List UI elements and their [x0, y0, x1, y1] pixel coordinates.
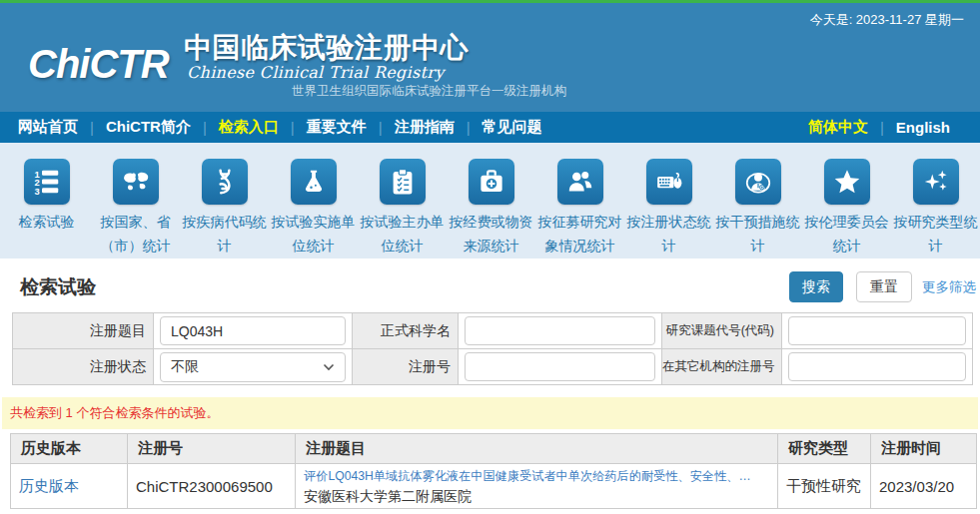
- clipboard-icon: [388, 167, 418, 197]
- nav-home[interactable]: 网站首页: [18, 118, 78, 137]
- quick-stats-by-funding-source[interactable]: 按经费或物资来源统计: [447, 155, 535, 258]
- site-header: 今天是: 2023-11-27 星期一 ChiCTR 中国临床试验注册中心 Ch…: [0, 3, 980, 112]
- chictr-logo[interactable]: ChiCTR: [28, 41, 169, 87]
- nav-registration-guide[interactable]: 注册指南: [395, 118, 455, 137]
- dna-icon: [210, 167, 240, 197]
- people-icon: [565, 167, 595, 197]
- quick-stats-by-recruitment-status[interactable]: 按征募研究对象情况统计: [535, 155, 624, 258]
- doctor-icon: [743, 167, 773, 197]
- scientific-name-input[interactable]: [465, 316, 655, 345]
- site-title-en: Chinese Clinical Trial Registry: [187, 63, 445, 82]
- quick-stats-by-study-type[interactable]: 按研究类型统计: [891, 155, 980, 258]
- result-summary: 共检索到 1 个符合检索条件的试验。: [2, 397, 978, 429]
- flask-icon: [299, 167, 329, 197]
- quick-stats-by-disease-code[interactable]: 按疾病代码统计: [180, 155, 269, 258]
- site-slogan: 世界卫生组织国际临床试验注册平台一级注册机构: [292, 83, 566, 100]
- quick-stats-by-ethics-committee[interactable]: 按伦理委员会统计: [802, 155, 891, 258]
- study-code-input[interactable]: [788, 316, 966, 345]
- star-icon: [832, 167, 862, 197]
- svg-text:3: 3: [34, 187, 39, 197]
- quick-stats-by-registration-status[interactable]: 按注册状态统计: [624, 155, 713, 258]
- col-registration-title: 注册题目: [296, 434, 778, 464]
- sparkles-icon: [921, 167, 951, 197]
- lang-simplified-chinese[interactable]: 简体中文: [808, 118, 868, 137]
- lang-english[interactable]: English: [896, 119, 950, 136]
- registration-status-select[interactable]: 不限: [160, 352, 346, 382]
- quick-stats-bar: 123 检索试验 按国家、省（市）统计 按疾病代码统计 按试验实施单位统计 按试…: [0, 143, 980, 258]
- field-label-registration-number: 注册号: [353, 349, 459, 385]
- search-button[interactable]: 搜索: [789, 271, 843, 302]
- registration-date-cell: 2023/03/20: [871, 464, 977, 509]
- quick-stats-by-region[interactable]: 按国家、省（市）统计: [91, 155, 180, 258]
- nav-faq[interactable]: 常见问题: [483, 118, 542, 137]
- history-version-link[interactable]: 历史版本: [19, 477, 79, 494]
- reset-button[interactable]: 重置: [856, 271, 912, 302]
- col-history-version: 历史版本: [11, 434, 128, 464]
- main-nav: 网站首页 | ChiCTR简介 | 检索入口 | 重要文件 | 注册指南 | 常…: [0, 112, 980, 143]
- site-title-cn: 中国临床试验注册中心: [184, 29, 469, 67]
- search-section-title: 检索试验: [20, 274, 96, 300]
- nav-about[interactable]: ChiCTR简介: [106, 118, 191, 137]
- trial-org: 安徽医科大学第二附属医院: [304, 486, 769, 506]
- search-form: 注册题目 正式科学名 研究课题代号(代码) 注册状态 不限 注册号 在其它机构的…: [12, 312, 973, 385]
- study-type-cell: 干预性研究: [778, 464, 871, 509]
- field-label-registration-title: 注册题目: [13, 313, 154, 349]
- field-label-other-registration-number: 在其它机构的注册号: [662, 349, 782, 385]
- keyboard-mouse-icon: [654, 167, 684, 197]
- col-study-type: 研究类型: [778, 434, 871, 464]
- quick-stats-by-sponsor-unit[interactable]: 按试验主办单位统计: [358, 155, 447, 258]
- col-registration-number: 注册号: [128, 434, 296, 464]
- nav-search-entry[interactable]: 检索入口: [219, 118, 279, 137]
- more-filters-link[interactable]: 更多筛选: [922, 278, 976, 296]
- numbered-list-icon: 123: [32, 167, 62, 197]
- registration-number-cell: ChiCTR2300069500: [128, 464, 296, 509]
- quick-stats-by-implementing-unit[interactable]: 按试验实施单位统计: [269, 155, 358, 258]
- quick-stats-by-intervention[interactable]: 按干预措施统计: [713, 155, 802, 258]
- nav-important-docs[interactable]: 重要文件: [307, 118, 367, 137]
- trial-title-link[interactable]: 评价LQ043H单域抗体雾化液在中国健康受试者中单次给药后的耐受性、安全性、…: [304, 466, 769, 486]
- field-label-registration-status: 注册状态: [13, 349, 154, 385]
- result-row: 历史版本 ChiCTR2300069500 评价LQ043H单域抗体雾化液在中国…: [11, 464, 977, 509]
- chevron-down-icon: [323, 363, 335, 371]
- registration-number-input[interactable]: [465, 352, 655, 381]
- field-label-study-code: 研究课题代号(代码): [662, 313, 782, 349]
- world-map-icon: [121, 167, 151, 197]
- field-label-scientific-name: 正式科学名: [353, 313, 459, 349]
- quick-search-trials[interactable]: 123 检索试验: [2, 155, 91, 258]
- registration-title-input[interactable]: [160, 316, 346, 345]
- other-registration-number-input[interactable]: [788, 352, 966, 381]
- today-date: 今天是: 2023-11-27 星期一: [810, 11, 964, 29]
- results-table: 历史版本 注册号 注册题目 研究类型 注册时间 历史版本 ChiCTR23000…: [10, 433, 977, 509]
- medical-bag-icon: [477, 167, 506, 197]
- col-registration-date: 注册时间: [871, 434, 977, 464]
